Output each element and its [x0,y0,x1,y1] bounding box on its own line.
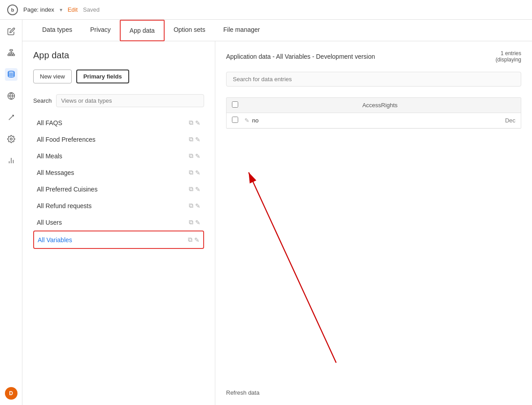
svg-point-17 [10,138,12,140]
copy-icon[interactable]: ⧉ [189,169,193,176]
sidebar: D [0,20,22,405]
avatar[interactable]: D [5,387,17,400]
entries-count: 1 entries (displaying [496,50,521,63]
sidebar-sitemap-icon[interactable] [5,47,17,59]
data-search-input[interactable] [226,72,521,87]
svg-line-22 [249,172,336,362]
topbar: b Page: index ▾ Edit Saved [0,0,532,20]
row-select-checkbox[interactable] [232,117,238,123]
svg-rect-0 [10,50,13,51]
views-search-input[interactable] [56,94,204,107]
table-row[interactable]: ✎ no Dec [227,113,521,128]
data-table: AccessRights ✎ no Dec [226,97,521,129]
list-item[interactable]: All Food Preferences ⧉ ✎ [33,131,204,148]
panel-title: App data [33,50,204,61]
list-item[interactable]: All Refund requests ⧉ ✎ [33,197,204,214]
brand-logo: b [7,4,18,15]
copy-icon[interactable]: ⧉ [188,236,192,244]
right-panel: Application data - All Variables - Devel… [215,41,532,405]
page-chevron-icon[interactable]: ▾ [60,7,62,13]
svg-line-12 [9,115,13,120]
right-header: Application data - All Variables - Devel… [226,50,521,63]
tab-bar: Data types Privacy App data Option sets … [22,20,532,41]
main-content: Data types Privacy App data Option sets … [22,20,532,405]
sidebar-pencil-icon[interactable] [5,25,17,38]
access-rights-cell: no [252,117,488,124]
copy-icon[interactable]: ⧉ [189,135,193,143]
search-label: Search [33,97,52,104]
primary-fields-button[interactable]: Primary fields [76,70,129,83]
tab-option-sets[interactable]: Option sets [165,20,214,41]
copy-icon[interactable]: ⧉ [189,202,193,209]
svg-point-9 [8,71,14,74]
edit-icon[interactable]: ✎ [195,152,201,160]
data-type-list: All FAQS ⧉ ✎ All Food Preferences ⧉ ✎ [33,114,204,249]
svg-rect-3 [13,54,15,56]
copy-icon[interactable]: ⧉ [189,119,193,126]
row-checkbox[interactable] [232,117,241,124]
sidebar-database-icon[interactable] [5,68,17,81]
action-buttons: New view Primary fields [33,70,204,83]
sidebar-chart-icon[interactable] [5,154,17,167]
right-subtitle: Application data - All Variables - Devel… [226,53,375,60]
sidebar-globe-icon[interactable] [5,90,17,102]
left-panel: App data New view Primary fields Search … [22,41,215,405]
new-view-button[interactable]: New view [33,70,72,83]
list-item[interactable]: All Users ⧉ ✎ [33,214,204,231]
tab-data-types[interactable]: Data types [33,20,81,41]
tab-file-manager[interactable]: File manager [214,20,269,41]
copy-icon[interactable]: ⧉ [189,218,193,226]
saved-status: Saved [83,6,100,13]
edit-icon[interactable]: ✎ [195,186,201,193]
edit-button[interactable]: Edit [68,6,78,13]
search-row: Search [33,94,204,107]
row-edit-icon[interactable]: ✎ [244,117,249,124]
edit-icon[interactable]: ✎ [195,136,201,143]
page-label: Page: index [23,6,54,13]
svg-rect-2 [10,54,12,56]
sidebar-settings-icon[interactable] [5,133,17,145]
copy-icon[interactable]: ⧉ [189,185,193,193]
select-all-checkbox[interactable] [232,101,238,108]
dec-cell: Dec [488,117,515,124]
copy-icon[interactable]: ⧉ [189,152,193,160]
search-area [226,72,521,87]
tab-app-data[interactable]: App data [120,20,165,41]
annotation-arrow [215,41,532,405]
table-header: AccessRights [227,98,521,113]
list-item[interactable]: All FAQS ⧉ ✎ [33,114,204,131]
list-item[interactable]: All Messages ⧉ ✎ [33,164,204,181]
list-item[interactable]: All Meals ⧉ ✎ [33,148,204,164]
list-item-all-variables[interactable]: All Variables ⧉ ✎ [33,231,204,249]
content-area: App data New view Primary fields Search … [22,41,532,405]
list-item[interactable]: All Preferred Cuisines ⧉ ✎ [33,181,204,197]
sidebar-wand-icon[interactable] [5,111,17,124]
edit-icon[interactable]: ✎ [195,119,201,126]
header-checkbox-col [232,101,241,109]
access-rights-col-header: AccessRights [244,102,515,109]
edit-icon[interactable]: ✎ [194,236,200,244]
refresh-data-link[interactable]: Refresh data [226,389,259,396]
edit-icon[interactable]: ✎ [195,219,201,226]
tab-privacy[interactable]: Privacy [81,20,120,41]
edit-icon[interactable]: ✎ [195,202,201,209]
edit-icon[interactable]: ✎ [195,169,201,176]
svg-rect-1 [8,54,10,56]
